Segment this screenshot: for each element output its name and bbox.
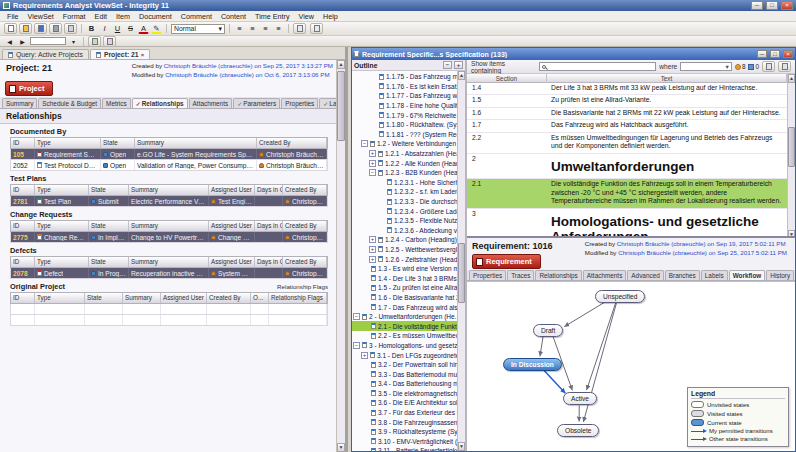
tree-item[interactable]: 1.5 - Zu prüfen ist eine Allrad-V... xyxy=(352,283,457,293)
expand-all-icon[interactable]: + xyxy=(454,61,463,69)
req-tab-advanced[interactable]: Advanced xyxy=(627,270,663,280)
tree-item[interactable]: 1.1.78 - Eine hohe Qualität... xyxy=(352,101,457,111)
tree-item[interactable]: 1.6 - Die Basisvariante hat 2 B... xyxy=(352,293,457,303)
collapse-icon[interactable]: − xyxy=(353,342,360,349)
view-tab-project-21[interactable]: Project: 21× xyxy=(90,49,150,59)
doc-row[interactable]: 2.1Die vollständige Funktion des Fahrzeu… xyxy=(467,179,787,208)
scroll-down-icon[interactable]: ▼ xyxy=(337,443,345,452)
tree-item[interactable]: 1.2.3.4 - Größere Ladefl... xyxy=(352,206,457,216)
view-mode-icon[interactable] xyxy=(762,61,775,72)
tree-item[interactable]: 1.3 - Es wird eine Version mit F... xyxy=(352,264,457,274)
menu-time-entry[interactable]: Time Entry xyxy=(251,12,293,21)
expand-icon[interactable]: + xyxy=(369,246,376,253)
doc-row[interactable]: 1.7Das Fahrzeug wird als Hatchback ausge… xyxy=(467,120,787,132)
column-header-relationship-flags[interactable]: Relationship Flags xyxy=(269,293,327,303)
tab-parameters[interactable]: ✓Parameters xyxy=(233,98,280,108)
column-header-assigned-user[interactable]: Assigned User xyxy=(209,185,255,195)
tree-item[interactable]: −1.2.3 - B2B Kunden (Heading) xyxy=(352,168,457,178)
font-color-icon[interactable]: A xyxy=(138,23,149,34)
section-column-header[interactable]: Section xyxy=(467,74,547,83)
tree-item[interactable]: 1.1.81 - ??? (System Requir... xyxy=(352,130,457,140)
new-document-icon[interactable] xyxy=(4,23,17,34)
tab-relationships[interactable]: ✓Relationships xyxy=(132,98,188,108)
expand-icon[interactable]: + xyxy=(369,150,376,157)
workflow-state-unspecified[interactable]: Unspecified xyxy=(595,290,645,303)
table-row[interactable]: 2775Change Req...In Imple...Change to HV… xyxy=(10,232,328,243)
column-header-summary[interactable]: Summary xyxy=(123,293,161,303)
column-header-assigned-user[interactable]: Assigned User xyxy=(161,293,207,303)
column-header-days-in-current[interactable]: Days in Current... xyxy=(255,221,283,231)
tab-schedule-budget[interactable]: Schedule & Budget xyxy=(38,98,101,108)
req-tab-attachments[interactable]: Attachments xyxy=(583,270,627,280)
column-header-id[interactable]: ID xyxy=(11,221,35,231)
save-icon[interactable] xyxy=(34,23,47,34)
column-header-state[interactable]: State xyxy=(85,293,123,303)
tree-item[interactable]: 1.1.77 - Das Fahrzeug wird e... xyxy=(352,91,457,101)
document-scrollbar[interactable]: ▲ ▼ xyxy=(787,74,795,239)
close-tab-icon[interactable]: × xyxy=(141,52,145,58)
tree-item[interactable]: 3.4 - Das Batteriehousing muss... xyxy=(352,379,457,389)
tab-summary[interactable]: Summary xyxy=(2,98,37,108)
req-tab-relationships[interactable]: Relationships xyxy=(535,270,581,280)
expand-icon[interactable]: + xyxy=(369,256,376,263)
tree-item[interactable]: 3.5 - Die elektromagnetische V... xyxy=(352,389,457,399)
doc-close-button[interactable]: × xyxy=(783,50,793,58)
tree-item[interactable]: 3.8 - Die Fahrzeuginsassen-Sicher... xyxy=(352,417,457,427)
close-button[interactable]: × xyxy=(781,1,793,10)
edit-count[interactable]: 0 xyxy=(748,63,759,70)
req-tab-labels[interactable]: Labels xyxy=(701,270,728,280)
created-user-link[interactable]: Christoph Bräuchle (cbraeuchle) xyxy=(617,240,706,247)
doc-row[interactable]: 1.4Der Life 3 hat 3 BRMs mit 33 kW peak … xyxy=(467,83,787,95)
req-tab-history[interactable]: History xyxy=(766,270,794,280)
export-icon[interactable] xyxy=(64,23,77,34)
tree-item[interactable]: 3.10 - EMV-Verträglichkeit (Sys... xyxy=(352,437,457,447)
column-header-state[interactable]: State xyxy=(101,138,135,148)
column-header-assigned-user[interactable]: Assigned User xyxy=(209,257,255,267)
menu-document[interactable]: Document xyxy=(135,12,176,21)
forward-icon[interactable]: ▶ xyxy=(17,36,28,47)
modified-user-link[interactable]: Christoph Bräuchle (cbraeuchle) xyxy=(165,71,254,78)
tab-metrics[interactable]: Metrics xyxy=(102,98,131,108)
menu-format[interactable]: Format xyxy=(59,12,90,21)
column-header-id[interactable]: ID xyxy=(11,185,35,195)
tree-item[interactable]: −1.2 - Weitere Verbindungen für... xyxy=(352,139,457,149)
tree-item[interactable]: 3.9 - Rückhaltesysteme (Sys... xyxy=(352,427,457,437)
tree-item[interactable]: 3.7 - Für das Exterieur des Fah... xyxy=(352,408,457,418)
title-bar[interactable]: Requirements Analyst ViewSet - Integrity… xyxy=(0,0,796,11)
collapse-icon[interactable]: − xyxy=(353,313,360,320)
tree-item[interactable]: 1.1.75 - Das Fahrzeug muss... xyxy=(352,72,457,82)
table-row[interactable]: 2781Test PlanSubmitElectric Performance … xyxy=(10,196,328,207)
tree-item[interactable]: +1.2.6 - Zeitstrahler (Heading) xyxy=(352,254,457,264)
minimize-button[interactable]: ─ xyxy=(751,1,763,10)
tab-attachments[interactable]: Attachments xyxy=(189,98,233,108)
table-row[interactable]: 2078DefectIn Progre...Recuperation inact… xyxy=(10,268,328,279)
column-header-created-by[interactable]: Created By xyxy=(283,185,327,195)
text-column-header[interactable]: Text xyxy=(547,74,787,83)
align-right-icon[interactable]: ≡ xyxy=(260,23,271,34)
column-header-id[interactable]: ID xyxy=(11,257,35,267)
tree-item[interactable]: 1.1.76 - Es ist kein Ersatzra... xyxy=(352,82,457,92)
tree-item[interactable]: +1.2.5 - Wettbewerbsvergle... xyxy=(352,245,457,255)
column-header-o[interactable]: O... xyxy=(251,293,269,303)
item-id-field[interactable] xyxy=(30,37,66,45)
column-header-type[interactable]: Type xyxy=(35,221,89,231)
annotation-count[interactable]: 8 xyxy=(735,63,746,70)
tree-item[interactable]: 1.2.3.6 - Abdeckung ver... xyxy=(352,226,457,236)
columns-icon[interactable] xyxy=(778,61,791,72)
open-icon[interactable] xyxy=(19,23,32,34)
scrollbar-track[interactable] xyxy=(788,83,795,230)
scrollbar-track[interactable] xyxy=(337,69,345,443)
workflow-state-draft[interactable]: Draft xyxy=(533,324,563,337)
tree-item[interactable]: +3.1 - Den LFGs zugeordnete Ho... xyxy=(352,350,457,360)
column-header-created-by[interactable]: Created By xyxy=(257,138,327,148)
left-panel-scrollbar[interactable]: ▲ ▼ xyxy=(336,60,345,452)
scrollbar-thumb[interactable] xyxy=(337,71,345,141)
workflow-state-in-discussion[interactable]: In Discussion xyxy=(503,358,562,371)
req-tab-properties[interactable]: Properties xyxy=(469,270,506,280)
workflow-state-obsolete[interactable]: Obsolete xyxy=(557,424,599,437)
tree-item[interactable]: −3 - Homologations- und gesetzli... xyxy=(352,341,457,351)
menu-help[interactable]: Help xyxy=(319,12,342,21)
tree-item[interactable]: 1.1.79 - 67% Reichweite ver... xyxy=(352,110,457,120)
table-row[interactable]: 105Requirement Specif...Opene.GO Life - … xyxy=(10,149,328,160)
tree-item[interactable]: 3.6 - Die E/E Architektur soll die... xyxy=(352,398,457,408)
